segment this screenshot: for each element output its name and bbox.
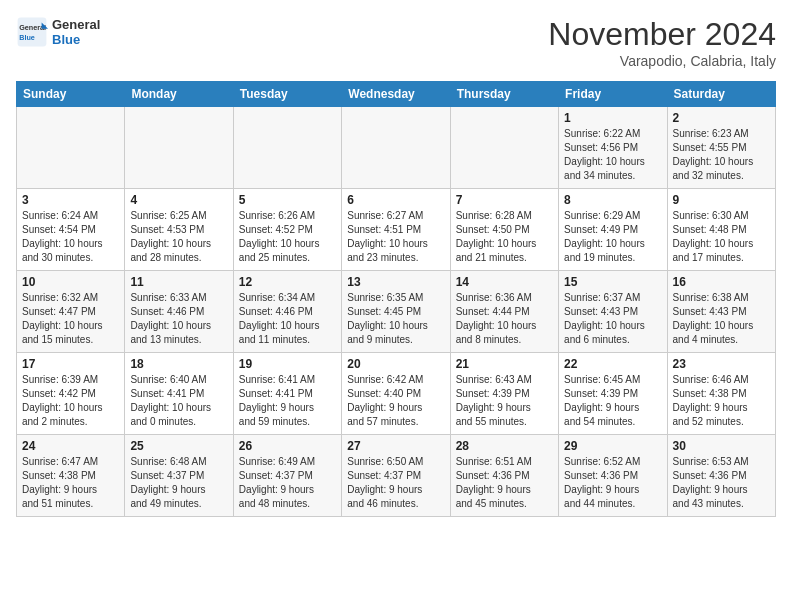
calendar-cell (17, 107, 125, 189)
week-row-4: 17Sunrise: 6:39 AM Sunset: 4:42 PM Dayli… (17, 353, 776, 435)
day-info: Sunrise: 6:49 AM Sunset: 4:37 PM Dayligh… (239, 455, 336, 511)
calendar-cell: 22Sunrise: 6:45 AM Sunset: 4:39 PM Dayli… (559, 353, 667, 435)
day-number: 17 (22, 357, 119, 371)
calendar-cell: 12Sunrise: 6:34 AM Sunset: 4:46 PM Dayli… (233, 271, 341, 353)
calendar-cell: 15Sunrise: 6:37 AM Sunset: 4:43 PM Dayli… (559, 271, 667, 353)
day-number: 3 (22, 193, 119, 207)
calendar-cell (342, 107, 450, 189)
calendar-cell: 6Sunrise: 6:27 AM Sunset: 4:51 PM Daylig… (342, 189, 450, 271)
weekday-header-saturday: Saturday (667, 82, 775, 107)
weekday-header-tuesday: Tuesday (233, 82, 341, 107)
day-number: 16 (673, 275, 770, 289)
week-row-5: 24Sunrise: 6:47 AM Sunset: 4:38 PM Dayli… (17, 435, 776, 517)
day-number: 11 (130, 275, 227, 289)
day-info: Sunrise: 6:25 AM Sunset: 4:53 PM Dayligh… (130, 209, 227, 265)
logo-line2: Blue (52, 32, 100, 47)
calendar-cell (450, 107, 558, 189)
week-row-3: 10Sunrise: 6:32 AM Sunset: 4:47 PM Dayli… (17, 271, 776, 353)
calendar-cell: 25Sunrise: 6:48 AM Sunset: 4:37 PM Dayli… (125, 435, 233, 517)
day-info: Sunrise: 6:27 AM Sunset: 4:51 PM Dayligh… (347, 209, 444, 265)
day-number: 26 (239, 439, 336, 453)
calendar-cell: 11Sunrise: 6:33 AM Sunset: 4:46 PM Dayli… (125, 271, 233, 353)
day-number: 6 (347, 193, 444, 207)
weekday-header-friday: Friday (559, 82, 667, 107)
day-info: Sunrise: 6:33 AM Sunset: 4:46 PM Dayligh… (130, 291, 227, 347)
calendar-cell: 9Sunrise: 6:30 AM Sunset: 4:48 PM Daylig… (667, 189, 775, 271)
weekday-header-monday: Monday (125, 82, 233, 107)
day-info: Sunrise: 6:36 AM Sunset: 4:44 PM Dayligh… (456, 291, 553, 347)
calendar-cell (233, 107, 341, 189)
day-number: 30 (673, 439, 770, 453)
day-number: 1 (564, 111, 661, 125)
calendar-cell: 3Sunrise: 6:24 AM Sunset: 4:54 PM Daylig… (17, 189, 125, 271)
logo-line1: General (52, 17, 100, 32)
day-info: Sunrise: 6:42 AM Sunset: 4:40 PM Dayligh… (347, 373, 444, 429)
day-number: 8 (564, 193, 661, 207)
day-number: 2 (673, 111, 770, 125)
calendar-cell: 30Sunrise: 6:53 AM Sunset: 4:36 PM Dayli… (667, 435, 775, 517)
calendar-cell: 24Sunrise: 6:47 AM Sunset: 4:38 PM Dayli… (17, 435, 125, 517)
day-info: Sunrise: 6:35 AM Sunset: 4:45 PM Dayligh… (347, 291, 444, 347)
calendar-cell (125, 107, 233, 189)
day-info: Sunrise: 6:46 AM Sunset: 4:38 PM Dayligh… (673, 373, 770, 429)
week-row-1: 1Sunrise: 6:22 AM Sunset: 4:56 PM Daylig… (17, 107, 776, 189)
calendar-cell: 17Sunrise: 6:39 AM Sunset: 4:42 PM Dayli… (17, 353, 125, 435)
day-info: Sunrise: 6:43 AM Sunset: 4:39 PM Dayligh… (456, 373, 553, 429)
calendar-cell: 18Sunrise: 6:40 AM Sunset: 4:41 PM Dayli… (125, 353, 233, 435)
month-title: November 2024 (548, 16, 776, 53)
day-number: 19 (239, 357, 336, 371)
day-info: Sunrise: 6:29 AM Sunset: 4:49 PM Dayligh… (564, 209, 661, 265)
day-info: Sunrise: 6:38 AM Sunset: 4:43 PM Dayligh… (673, 291, 770, 347)
calendar-cell: 19Sunrise: 6:41 AM Sunset: 4:41 PM Dayli… (233, 353, 341, 435)
calendar-cell: 2Sunrise: 6:23 AM Sunset: 4:55 PM Daylig… (667, 107, 775, 189)
calendar-cell: 20Sunrise: 6:42 AM Sunset: 4:40 PM Dayli… (342, 353, 450, 435)
week-row-2: 3Sunrise: 6:24 AM Sunset: 4:54 PM Daylig… (17, 189, 776, 271)
day-info: Sunrise: 6:34 AM Sunset: 4:46 PM Dayligh… (239, 291, 336, 347)
day-number: 14 (456, 275, 553, 289)
day-info: Sunrise: 6:53 AM Sunset: 4:36 PM Dayligh… (673, 455, 770, 511)
day-info: Sunrise: 6:45 AM Sunset: 4:39 PM Dayligh… (564, 373, 661, 429)
day-info: Sunrise: 6:40 AM Sunset: 4:41 PM Dayligh… (130, 373, 227, 429)
day-number: 25 (130, 439, 227, 453)
day-info: Sunrise: 6:26 AM Sunset: 4:52 PM Dayligh… (239, 209, 336, 265)
svg-text:Blue: Blue (19, 33, 35, 42)
day-info: Sunrise: 6:24 AM Sunset: 4:54 PM Dayligh… (22, 209, 119, 265)
calendar-cell: 23Sunrise: 6:46 AM Sunset: 4:38 PM Dayli… (667, 353, 775, 435)
calendar-cell: 16Sunrise: 6:38 AM Sunset: 4:43 PM Dayli… (667, 271, 775, 353)
day-info: Sunrise: 6:51 AM Sunset: 4:36 PM Dayligh… (456, 455, 553, 511)
calendar-cell: 29Sunrise: 6:52 AM Sunset: 4:36 PM Dayli… (559, 435, 667, 517)
day-number: 5 (239, 193, 336, 207)
calendar-cell: 5Sunrise: 6:26 AM Sunset: 4:52 PM Daylig… (233, 189, 341, 271)
day-info: Sunrise: 6:23 AM Sunset: 4:55 PM Dayligh… (673, 127, 770, 183)
day-info: Sunrise: 6:28 AM Sunset: 4:50 PM Dayligh… (456, 209, 553, 265)
logo-icon: General Blue (16, 16, 48, 48)
calendar-cell: 7Sunrise: 6:28 AM Sunset: 4:50 PM Daylig… (450, 189, 558, 271)
calendar-cell: 4Sunrise: 6:25 AM Sunset: 4:53 PM Daylig… (125, 189, 233, 271)
day-info: Sunrise: 6:50 AM Sunset: 4:37 PM Dayligh… (347, 455, 444, 511)
location-subtitle: Varapodio, Calabria, Italy (548, 53, 776, 69)
day-number: 13 (347, 275, 444, 289)
calendar-cell: 8Sunrise: 6:29 AM Sunset: 4:49 PM Daylig… (559, 189, 667, 271)
day-info: Sunrise: 6:37 AM Sunset: 4:43 PM Dayligh… (564, 291, 661, 347)
day-number: 22 (564, 357, 661, 371)
weekday-header-row: SundayMondayTuesdayWednesdayThursdayFrid… (17, 82, 776, 107)
calendar-cell: 21Sunrise: 6:43 AM Sunset: 4:39 PM Dayli… (450, 353, 558, 435)
calendar-table: SundayMondayTuesdayWednesdayThursdayFrid… (16, 81, 776, 517)
day-info: Sunrise: 6:41 AM Sunset: 4:41 PM Dayligh… (239, 373, 336, 429)
day-number: 28 (456, 439, 553, 453)
day-number: 27 (347, 439, 444, 453)
day-number: 29 (564, 439, 661, 453)
calendar-cell: 27Sunrise: 6:50 AM Sunset: 4:37 PM Dayli… (342, 435, 450, 517)
calendar-cell: 10Sunrise: 6:32 AM Sunset: 4:47 PM Dayli… (17, 271, 125, 353)
day-info: Sunrise: 6:47 AM Sunset: 4:38 PM Dayligh… (22, 455, 119, 511)
day-info: Sunrise: 6:30 AM Sunset: 4:48 PM Dayligh… (673, 209, 770, 265)
calendar-cell: 1Sunrise: 6:22 AM Sunset: 4:56 PM Daylig… (559, 107, 667, 189)
day-number: 12 (239, 275, 336, 289)
logo: General Blue General Blue (16, 16, 100, 48)
day-info: Sunrise: 6:48 AM Sunset: 4:37 PM Dayligh… (130, 455, 227, 511)
calendar-cell: 14Sunrise: 6:36 AM Sunset: 4:44 PM Dayli… (450, 271, 558, 353)
day-number: 21 (456, 357, 553, 371)
weekday-header-sunday: Sunday (17, 82, 125, 107)
day-number: 4 (130, 193, 227, 207)
weekday-header-wednesday: Wednesday (342, 82, 450, 107)
